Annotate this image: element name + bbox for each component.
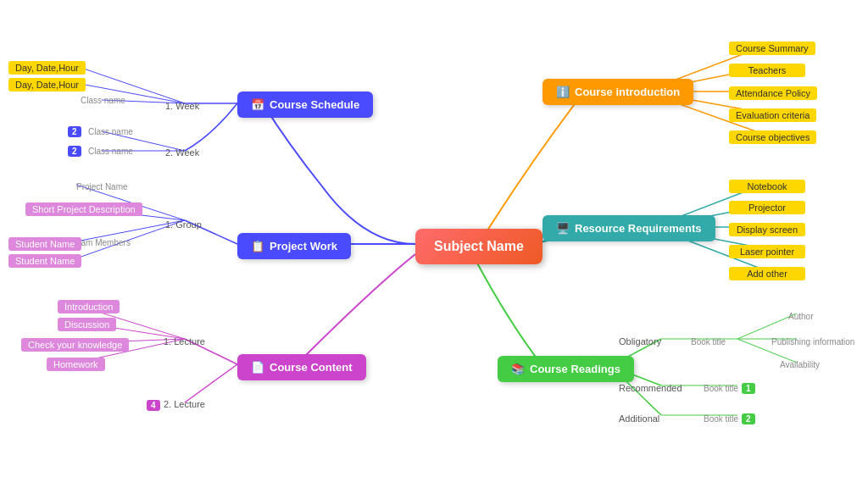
doc-icon: 📄 <box>251 361 264 374</box>
additional-label: Additional <box>619 410 659 425</box>
main-label: Subject Name <box>434 239 524 253</box>
check-leaf: Check your knowledge <box>21 336 129 352</box>
additional-booktitle: Book title <box>704 410 738 425</box>
info-icon: ℹ️ <box>556 86 570 98</box>
clipboard-icon: 📋 <box>251 240 264 252</box>
course-intro-node[interactable]: ℹ️ Course introduction <box>542 79 693 105</box>
day1-leaf: Day, Date,Hour <box>8 59 86 75</box>
calendar-icon: 📅 <box>251 98 264 111</box>
student1-leaf: Student Name <box>8 236 81 251</box>
week2-label: 2. Week <box>165 144 199 159</box>
day2-leaf: Day, Date,Hour <box>8 76 86 92</box>
class3-leaf: 2 Class name <box>68 142 133 158</box>
resource-req-node[interactable]: 🖥️ Resource Requirements <box>542 215 715 241</box>
course-summary-leaf: Course Summary <box>729 40 815 55</box>
recommended-booktitle: Book title <box>704 380 738 395</box>
student2-leaf: Student Name <box>8 252 81 268</box>
course-schedule-node[interactable]: 📅 Course Schedule <box>237 92 373 118</box>
course-content-node[interactable]: 📄 Course Content <box>237 354 366 380</box>
short-desc-leaf: Short Project Description <box>25 201 142 216</box>
teachers-leaf: Teachers <box>729 62 805 77</box>
lec2-label: 2. Lecture <box>164 396 205 411</box>
group1-label: 1. Group <box>165 216 202 231</box>
recommended-badge: 1 <box>742 380 755 395</box>
additional-badge: 2 <box>742 410 755 425</box>
obligatory-booktitle: Book title <box>691 333 726 348</box>
discussion-leaf: Discussion <box>58 316 116 331</box>
book-icon: 📚 <box>511 363 525 375</box>
pubinfo-leaf: Publishing information <box>771 333 854 348</box>
monitor-icon: 🖥️ <box>556 222 570 235</box>
recommended-label: Recommended <box>619 380 682 395</box>
class2-leaf: 2 Class name <box>68 123 133 138</box>
objectives-leaf: Course objectives <box>729 129 816 144</box>
main-node[interactable]: Subject Name <box>415 229 542 264</box>
projector-leaf: Projector <box>729 199 805 214</box>
project-name-leaf: Project Name <box>76 178 128 193</box>
attendance-leaf: Attendance Policy <box>729 85 817 100</box>
week1-label: 1. Week <box>165 97 199 113</box>
availability-leaf: Availability <box>780 356 820 371</box>
homework-leaf: Homework <box>47 356 105 371</box>
lec1-label: 1. Lecture <box>164 333 205 348</box>
lec2-badge: 4 <box>147 396 160 412</box>
author-leaf: Author <box>788 308 813 323</box>
display-leaf: Display screen <box>729 221 805 236</box>
intro-leaf: Introduction <box>58 298 120 313</box>
addother-leaf: Add other <box>729 265 805 280</box>
notebook-leaf: Notebook <box>729 178 805 193</box>
course-readings-node[interactable]: 📚 Course Readings <box>498 356 634 382</box>
laser-leaf: Laser pointer <box>729 243 805 258</box>
project-work-node[interactable]: 📋 Project Work <box>237 233 351 259</box>
evaluation-leaf: Evaluation criteria <box>729 107 816 122</box>
class1-leaf: Class name <box>81 92 125 107</box>
obligatory-label: Obligatory <box>619 333 661 348</box>
